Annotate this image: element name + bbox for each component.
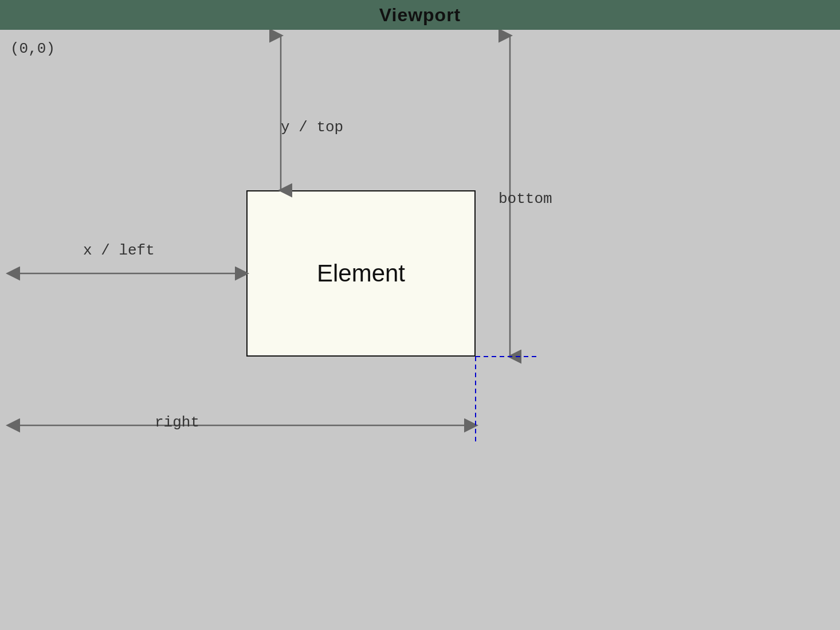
diagram-area: (0,0) Element xyxy=(0,30,840,630)
label-right: right xyxy=(155,414,199,431)
label-bottom: bottom xyxy=(498,190,552,208)
label-x-left: x / left xyxy=(83,242,155,259)
viewport-header: Viewport xyxy=(0,0,840,30)
origin-label: (0,0) xyxy=(10,40,55,57)
label-y-top: y / top xyxy=(281,119,343,136)
viewport-title: Viewport xyxy=(379,5,461,26)
element-label: Element xyxy=(317,260,405,287)
element-box: Element xyxy=(246,190,476,357)
